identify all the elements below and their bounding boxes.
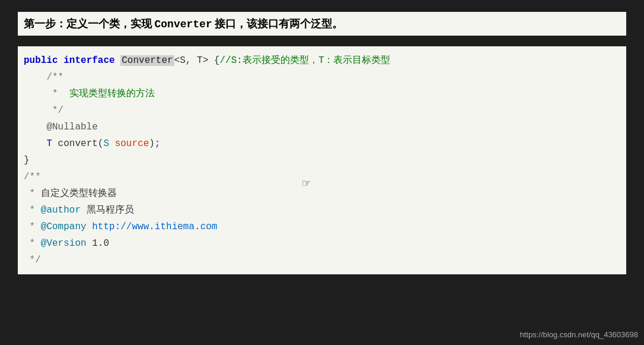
line3-star: * <box>24 88 69 99</box>
type-S: S <box>103 138 109 149</box>
keyword-interface: interface <box>63 55 120 66</box>
code-line-3: * 实现类型转换的方法 <box>24 86 620 102</box>
line1-comment: //S:表示接受的类型，T：表示目标类型 <box>219 55 390 66</box>
line9-star: * <box>24 188 41 199</box>
line3-text: 实现类型转换的方法 <box>69 88 155 99</box>
code-line-9: * 自定义类型转换器 <box>24 185 620 202</box>
watermark: https://blog.csdn.net/qq_43603698 <box>520 330 639 339</box>
generics: <S, T> { <box>174 55 220 66</box>
line11-star: * <box>24 221 41 232</box>
code-line-12: * @Version 1.0 <box>24 235 620 252</box>
code-line-13: */ <box>24 252 620 268</box>
code-line-4: */ <box>24 102 620 119</box>
keyword-public: public <box>24 55 63 66</box>
author-keyword: @author <box>41 205 81 216</box>
code-line-8: /** <box>24 169 620 185</box>
code-line-2: /** <box>24 69 620 86</box>
heading-line: 第一步：定义一个类，实现 Converter 接口，该接口有两个泛型。 <box>18 12 626 36</box>
code-line-6: T convert(S source); <box>24 135 620 152</box>
line10-star: * <box>24 205 41 216</box>
code-line-7: } <box>24 152 620 169</box>
param-source: source <box>109 138 149 149</box>
code-block: public interface Converter<S, T> {//S:表示… <box>18 46 626 274</box>
code-container: 第一步：定义一个类，实现 Converter 接口，该接口有两个泛型。 publ… <box>0 0 644 345</box>
code-line-5: @Nullable <box>24 119 620 135</box>
line6-end: ); <box>149 138 160 149</box>
line9-text: 自定义类型转换器 <box>41 188 117 199</box>
code-line-11: * @Company http://www.ithiema.com <box>24 219 620 235</box>
line6-indent <box>24 138 46 149</box>
line12-text: 1.0 <box>87 238 109 249</box>
heading-text: 第一步：定义一个类，实现 Converter 接口，该接口有两个泛型。 <box>24 18 343 30</box>
line6-convert: convert( <box>52 138 103 149</box>
class-converter: Converter <box>120 55 174 66</box>
line12-star: * <box>24 238 41 249</box>
company-keyword: @Company <box>41 221 87 232</box>
code-line-1: public interface Converter<S, T> {//S:表示… <box>24 52 620 69</box>
version-keyword: @Version <box>41 238 87 249</box>
code-line-10: * @author 黑马程序员 <box>24 202 620 219</box>
line11-url: http://www.ithiema.com <box>87 221 218 232</box>
type-T: T <box>46 138 52 149</box>
line10-text: 黑马程序员 <box>81 205 134 216</box>
